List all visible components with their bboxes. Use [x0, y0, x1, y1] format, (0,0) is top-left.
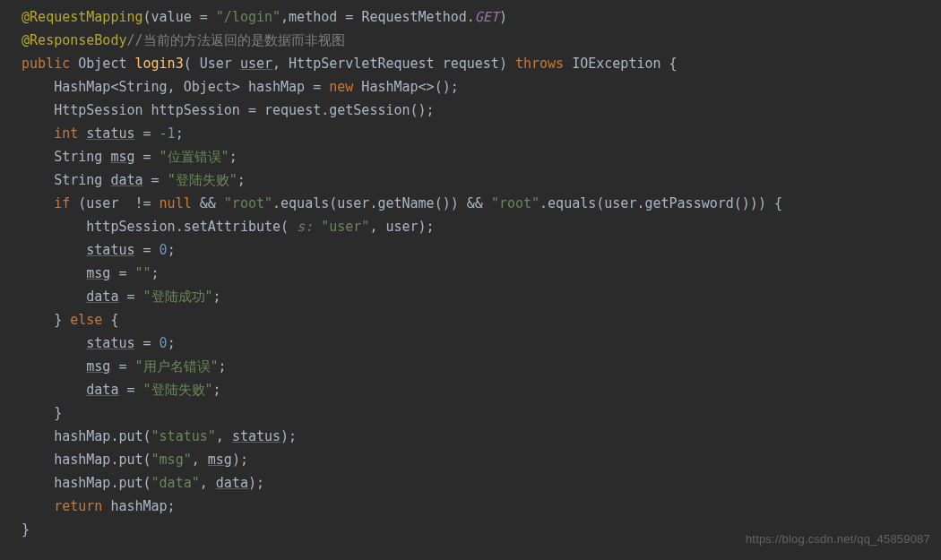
indent: [22, 219, 86, 235]
op: =: [110, 265, 134, 281]
param: value =: [151, 9, 216, 25]
punct: ;: [168, 242, 176, 258]
op: =: [110, 358, 134, 375]
punct: ,: [281, 9, 289, 25]
variable: msg: [86, 265, 110, 281]
op: =: [135, 335, 160, 351]
punct: ;: [213, 382, 221, 398]
comment: //当前的方法返回的是数据而非视图: [126, 32, 344, 48]
code-block: @RequestMapping(value = "/login",method …: [0, 0, 941, 550]
code-text: .equals(user.getName()) &&: [272, 195, 491, 211]
indent: [22, 149, 54, 165]
number: 0: [160, 242, 168, 258]
inlay-hint: s:: [297, 219, 321, 235]
punct: ;: [219, 358, 227, 375]
punct: ;: [237, 172, 246, 188]
keyword: null: [160, 195, 192, 211]
punct: ;: [168, 335, 176, 351]
keyword: public: [22, 56, 70, 72]
string: "登陆失败": [168, 172, 237, 188]
code-text: httpSession.setAttribute(: [86, 219, 297, 235]
punct: );: [232, 452, 248, 468]
string: "": [135, 265, 151, 281]
indent: [22, 172, 54, 188]
variable: msg: [86, 358, 110, 375]
space: [70, 56, 78, 72]
string: "用户名错误": [135, 358, 219, 375]
code-text: .equals(user.getPassword())) {: [540, 195, 782, 211]
code-text: HashMap<>();: [353, 79, 458, 95]
indent: [22, 125, 54, 142]
string: "status": [151, 428, 216, 444]
signature: ): [499, 56, 515, 72]
punct: ;: [176, 125, 184, 142]
indent: [22, 265, 86, 281]
variable: msg: [208, 452, 232, 468]
indent: [22, 289, 86, 305]
punct: );: [248, 475, 264, 491]
indent: [22, 498, 54, 514]
keyword: else: [70, 312, 102, 328]
string: "位置错误": [160, 149, 229, 165]
variable: data: [110, 172, 142, 188]
space: [564, 56, 572, 72]
string: "登陆成功": [143, 289, 213, 305]
keyword: int: [54, 125, 78, 142]
op: =: [135, 149, 160, 165]
param: method =: [289, 9, 361, 25]
indent: [22, 195, 54, 211]
type: Object: [78, 56, 134, 72]
code-text: HashMap<String, Object> hashMap =: [22, 79, 329, 95]
constant: GET: [475, 9, 499, 25]
keyword: return: [54, 498, 102, 514]
type: String: [54, 172, 110, 188]
signature: , HttpServletRequest: [272, 56, 443, 72]
code-text: (user !=: [70, 195, 159, 211]
method-name: login3: [135, 56, 184, 72]
string: "root": [491, 195, 540, 211]
punct: );: [281, 428, 297, 444]
signature: ( User: [184, 56, 240, 72]
number: -1: [160, 125, 176, 142]
keyword: throws: [515, 56, 564, 72]
op: =: [143, 172, 168, 188]
keyword: new: [329, 79, 353, 95]
variable: status: [86, 125, 134, 142]
variable: status: [86, 335, 134, 351]
punct: ): [499, 9, 507, 25]
variable: status: [232, 428, 281, 444]
op: =: [135, 242, 160, 258]
code-text: hashMap;: [102, 498, 175, 514]
string: "user": [321, 219, 369, 235]
code-text: hashMap.put(: [54, 475, 151, 491]
indent: [22, 358, 86, 375]
op: =: [135, 125, 160, 142]
variable: status: [86, 242, 134, 258]
param: request: [443, 56, 499, 72]
punct: ,: [200, 475, 216, 491]
string: "msg": [151, 452, 192, 468]
punct: {: [661, 56, 678, 72]
class-ref: RequestMethod.: [361, 9, 474, 25]
indent: [22, 312, 54, 328]
punct: }: [22, 405, 62, 421]
indent: [22, 335, 86, 351]
punct: {: [102, 312, 118, 328]
string: "/login": [216, 9, 281, 25]
annotation: @ResponseBody: [22, 32, 126, 48]
variable: data: [86, 289, 118, 305]
punct: }: [22, 521, 30, 538]
indent: [22, 382, 86, 398]
code-text: hashMap.put(: [54, 428, 151, 444]
variable: data: [216, 475, 248, 491]
variable: msg: [110, 149, 134, 165]
punct: ,: [216, 428, 232, 444]
param: user: [240, 56, 272, 72]
punct: ;: [213, 289, 221, 305]
type: String: [54, 149, 110, 165]
op: =: [118, 382, 142, 398]
punct: ;: [151, 265, 160, 281]
code-text: HttpSession httpSession = request.getSes…: [22, 102, 435, 118]
op: &&: [192, 195, 224, 211]
indent: [22, 475, 54, 491]
